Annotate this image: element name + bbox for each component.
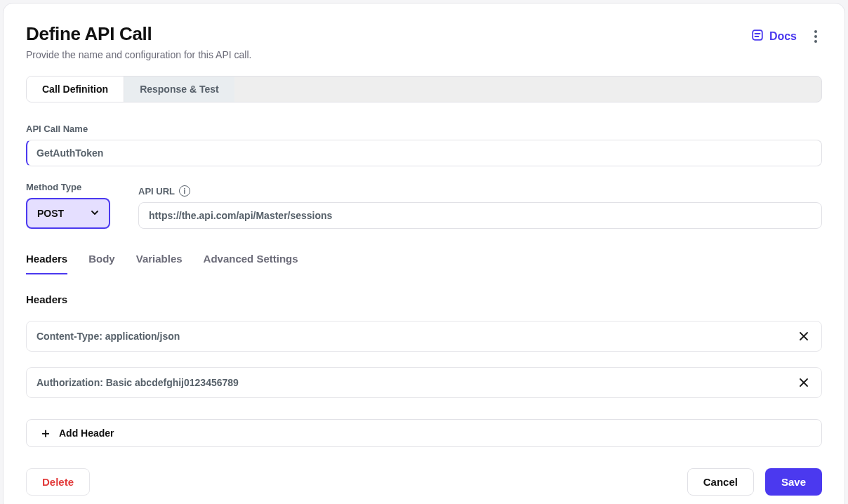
method-type-col: Method Type POST bbox=[26, 182, 124, 229]
method-type-select[interactable]: POST bbox=[26, 198, 110, 229]
header-row-text[interactable]: Authorization: Basic abcdefghij012345678… bbox=[37, 377, 796, 388]
inner-tab-headers[interactable]: Headers bbox=[26, 253, 67, 274]
api-url-col: API URL i bbox=[138, 185, 822, 229]
cancel-button[interactable]: Cancel bbox=[687, 468, 754, 496]
inner-tabs: Headers Body Variables Advanced Settings bbox=[26, 253, 822, 275]
chevron-down-icon bbox=[91, 208, 99, 219]
remove-header-button[interactable] bbox=[796, 375, 811, 390]
define-api-call-modal: Define API Call Provide the name and con… bbox=[3, 3, 845, 504]
tab-response-test[interactable]: Response & Test bbox=[124, 77, 234, 102]
method-type-label: Method Type bbox=[26, 182, 124, 192]
title-block: Define API Call Provide the name and con… bbox=[26, 23, 251, 60]
inner-tab-variables[interactable]: Variables bbox=[136, 253, 183, 274]
header-row-text[interactable]: Content-Type: application/json bbox=[37, 331, 796, 342]
headers-section-title: Headers bbox=[26, 293, 822, 305]
inner-tab-body[interactable]: Body bbox=[88, 253, 115, 274]
docs-label: Docs bbox=[769, 30, 797, 43]
api-url-input[interactable] bbox=[138, 202, 822, 229]
method-url-row: Method Type POST API URL i bbox=[26, 182, 822, 229]
page-title: Define API Call bbox=[26, 23, 251, 45]
add-header-button[interactable]: ＋ Add Header bbox=[26, 419, 822, 447]
api-url-label: API URL i bbox=[138, 185, 822, 197]
tab-call-definition[interactable]: Call Definition bbox=[27, 77, 124, 102]
header-row: Content-Type: application/json bbox=[26, 321, 822, 352]
docs-link[interactable]: Docs bbox=[751, 29, 797, 44]
api-url-label-text: API URL bbox=[138, 186, 175, 197]
more-menu-button[interactable] bbox=[809, 30, 822, 43]
footer-right: Cancel Save bbox=[687, 468, 822, 496]
top-segmented-tabs: Call Definition Response & Test bbox=[26, 76, 822, 102]
svg-rect-0 bbox=[753, 30, 762, 40]
modal-footer: Delete Cancel Save bbox=[26, 447, 822, 496]
api-call-name-label: API Call Name bbox=[26, 124, 822, 134]
add-header-label: Add Header bbox=[59, 427, 114, 439]
modal-header: Define API Call Provide the name and con… bbox=[26, 23, 822, 60]
remove-header-button[interactable] bbox=[796, 329, 811, 344]
header-actions: Docs bbox=[751, 29, 822, 44]
info-icon[interactable]: i bbox=[179, 185, 190, 197]
docs-icon bbox=[751, 29, 764, 44]
save-button[interactable]: Save bbox=[765, 468, 822, 496]
api-call-name-input[interactable] bbox=[26, 140, 822, 166]
delete-button[interactable]: Delete bbox=[26, 468, 90, 496]
header-row: Authorization: Basic abcdefghij012345678… bbox=[26, 367, 822, 398]
api-call-name-section: API Call Name bbox=[26, 124, 822, 166]
page-subtitle: Provide the name and configuration for t… bbox=[26, 49, 251, 60]
method-type-value: POST bbox=[37, 208, 64, 219]
plus-icon: ＋ bbox=[39, 427, 52, 439]
inner-tab-advanced[interactable]: Advanced Settings bbox=[204, 253, 298, 274]
